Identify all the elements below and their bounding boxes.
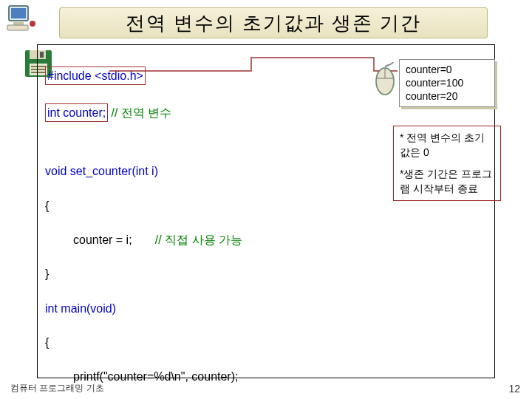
code-line: { — [45, 336, 49, 349]
code-line: #include <stdio.h> — [47, 69, 143, 82]
footer-text: 컴퓨터 프로그래밍 기초 — [10, 382, 104, 395]
output-box: counter=0 counter=100 counter=20 — [399, 59, 495, 107]
code-line: int counter; — [47, 106, 106, 119]
code-comment: // 직접 사용 가능 — [155, 233, 242, 246]
mouse-icon — [372, 61, 398, 98]
page-number: 12 — [508, 383, 520, 395]
output-line: counter=100 — [406, 77, 463, 89]
output-line: counter=0 — [406, 64, 452, 75]
slide-title: 전역 변수의 초기값과 생존 기간 — [59, 7, 488, 38]
computer-icon — [6, 4, 37, 33]
note-text: * 전역 변수의 초기값은 0 — [400, 131, 494, 160]
code-line: int main(void) — [45, 302, 116, 315]
title-text: 전역 변수의 초기값과 생존 기간 — [126, 10, 422, 36]
code-line: counter = i; — [73, 233, 132, 246]
output-line: counter=20 — [406, 90, 457, 102]
svg-rect-3 — [7, 25, 28, 30]
code-line: } — [45, 267, 49, 280]
code-line: void set_counter(int i) — [45, 165, 158, 177]
svg-point-4 — [30, 21, 35, 27]
svg-rect-2 — [13, 22, 24, 25]
code-line: { — [45, 200, 49, 212]
svg-rect-1 — [11, 8, 26, 18]
code-comment: // 전역 변수 — [108, 106, 171, 119]
code-line: printf("counter=%d\n", counter); — [73, 370, 238, 383]
note-text: *생존 기간은 프로그램 시작부터 종료 — [400, 167, 494, 196]
note-box: * 전역 변수의 초기값은 0 *생존 기간은 프로그램 시작부터 종료 — [393, 126, 501, 201]
